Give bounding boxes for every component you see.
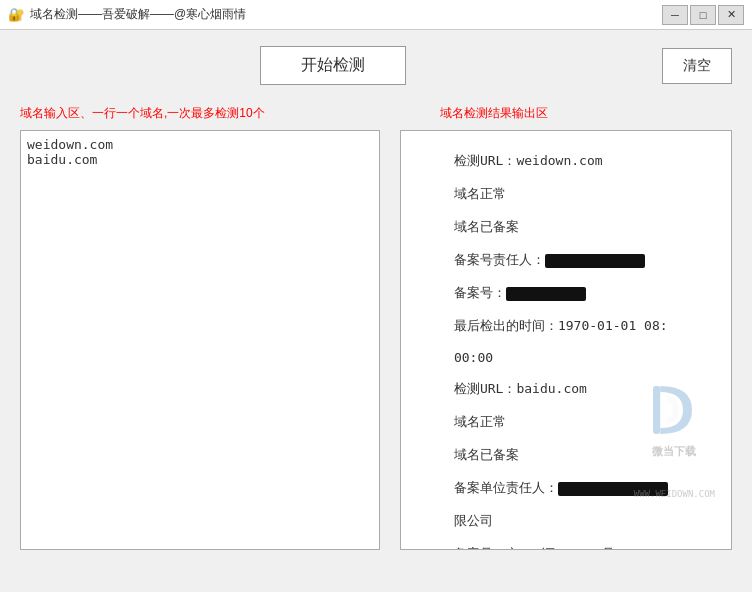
redacted-2 — [506, 287, 586, 301]
output-panel: 检测URL：weidown.com 域名正常 域名已备案 备案号责任人： 备案号… — [400, 130, 732, 550]
title-bar: 🔐 域名检测——吾爱破解——@寒心烟雨情 ─ □ ✕ — [0, 0, 752, 30]
output-line-12: 限公司 — [454, 513, 493, 528]
output-line-10: 域名已备案 — [454, 447, 519, 462]
output-line-8: 检测URL：baidu.com — [454, 381, 587, 396]
output-line-9: 域名正常 — [454, 414, 506, 429]
watermark: 微当下载 WWW.WEIDOWN.COM — [634, 320, 715, 529]
output-line-4: 备案号责任人： — [454, 252, 645, 267]
watermark-text: 微当下载 — [634, 444, 715, 459]
output-line-6: 最后检出的时间：1970-01-01 08: — [454, 318, 668, 333]
domain-input[interactable]: weidown.com baidu.com — [20, 130, 380, 550]
minimize-button[interactable]: ─ — [662, 5, 688, 25]
main-content: 开始检测 清空 域名输入区、一行一个域名,一次最多检测10个 域名检测结果输出区… — [0, 30, 752, 592]
toolbar: 开始检测 清空 — [20, 46, 732, 85]
output-line-1: 检测URL：weidown.com — [454, 153, 603, 168]
start-button[interactable]: 开始检测 — [260, 46, 406, 85]
panels: weidown.com baidu.com 检测URL：weidown.com … — [20, 130, 732, 550]
output-line-13: 备案号：京ICP证030173号-1 — [454, 546, 631, 550]
window-title: 域名检测——吾爱破解——@寒心烟雨情 — [30, 6, 662, 23]
svg-rect-0 — [653, 386, 660, 434]
maximize-button[interactable]: □ — [690, 5, 716, 25]
input-label: 域名输入区、一行一个域名,一次最多检测10个 — [20, 105, 400, 122]
watermark-logo — [644, 350, 704, 410]
output-line-11: 备案单位责任人： — [454, 480, 668, 495]
redacted-1 — [545, 254, 645, 268]
output-line-3: 域名已备案 — [454, 219, 519, 234]
output-line-2: 域名正常 — [454, 186, 506, 201]
output-line-7: 00:00 — [454, 350, 493, 365]
window-controls: ─ □ ✕ — [662, 5, 744, 25]
clear-button[interactable]: 清空 — [662, 48, 732, 84]
output-line-5: 备案号： — [454, 285, 586, 300]
output-label: 域名检测结果输出区 — [440, 105, 548, 122]
close-button[interactable]: ✕ — [718, 5, 744, 25]
app-icon: 🔐 — [8, 7, 24, 23]
section-labels: 域名输入区、一行一个域名,一次最多检测10个 域名检测结果输出区 — [20, 105, 732, 122]
redacted-3 — [558, 482, 668, 496]
